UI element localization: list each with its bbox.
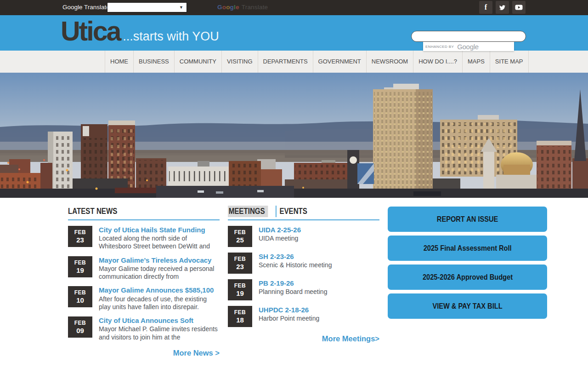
main-navigation: HOME BUSINESS COMMUNITY VISITING DEPARTM… [0, 51, 588, 73]
bottom-sections: FEATURED INITIATIVES CONNECT WITH UTICA … [0, 357, 588, 368]
facebook-icon: f [485, 3, 487, 12]
site-logo: Utica [61, 18, 120, 45]
search-input[interactable] [411, 31, 526, 42]
more-news-link[interactable]: More News > [173, 349, 220, 357]
report-an-issue-button[interactable]: REPORT AN ISSUE [388, 207, 547, 232]
nav-item-maps[interactable]: MAPS [462, 51, 490, 73]
nav-item-site-map[interactable]: SITE MAP [490, 51, 529, 73]
nav-item-newsroom[interactable]: NEWSROOM [366, 51, 413, 73]
nav-item-visiting[interactable]: VISITING [221, 51, 258, 73]
news-excerpt: Mayor Michael P. Galime invites resident… [99, 325, 220, 341]
news-date-badge: FEB 19 [68, 256, 92, 277]
meeting-item: FEB 23 SH 2-23-26 Scenic & Historic meet… [228, 253, 379, 274]
meeting-title-link[interactable]: UIDA 2-25-26 [259, 226, 301, 234]
news-date-badge: FEB 09 [68, 316, 92, 338]
google-brand-label: Google [457, 43, 479, 51]
quick-links: REPORT AN ISSUE 2025 Final Assessment Ro… [388, 207, 547, 357]
main-content: LATEST NEWS FEB 23 City of Utica Hails S… [0, 198, 588, 357]
twitter-icon [499, 5, 506, 11]
meeting-description: UIDA meeting [259, 235, 301, 242]
final-assessment-roll-button[interactable]: 2025 Final Assessment Roll [388, 236, 547, 261]
news-date-badge: FEB 10 [68, 286, 92, 307]
more-meetings-link[interactable]: More Meetings> [322, 334, 379, 343]
news-title-link[interactable]: Mayor Galime’s Tireless Advocacy [99, 256, 220, 264]
nav-item-community[interactable]: COMMUNITY [174, 51, 221, 73]
news-item: FEB 10 Mayor Galime Announces $585,100 A… [68, 286, 220, 311]
google-translate-label: Google Translate [62, 4, 110, 11]
news-title-link[interactable]: Mayor Galime Announces $585,100 [99, 286, 220, 294]
topbar: Google Translate ▼ GoogleTranslate f [0, 0, 588, 15]
news-excerpt: Mayor Galime today received a personal c… [99, 265, 220, 281]
news-item: FEB 23 City of Utica Hails State Funding… [68, 226, 220, 251]
google-translate-select[interactable]: ▼ [107, 2, 187, 12]
meeting-date-badge: FEB 18 [228, 306, 252, 327]
view-pay-tax-bill-button[interactable]: VIEW & PAY TAX BILL [388, 293, 547, 319]
nav-item-how-do-i[interactable]: HOW DO I....? [413, 51, 462, 73]
youtube-button[interactable] [512, 1, 526, 14]
latest-news-heading: LATEST NEWS [68, 207, 117, 216]
news-item: FEB 09 City of Utica Announces Soft Mayo… [68, 316, 220, 341]
meeting-title-link[interactable]: SH 2-23-26 [259, 253, 332, 260]
hero-banner [0, 73, 588, 198]
news-date-badge: FEB 23 [68, 226, 92, 247]
nav-item-home[interactable]: HOME [105, 51, 133, 73]
site-search: ENHANCED BY Google [411, 31, 526, 42]
latest-news-section: LATEST NEWS FEB 23 City of Utica Hails S… [68, 207, 220, 357]
section-rule [68, 219, 220, 220]
approved-budget-button[interactable]: 2025-2026 Approved Budget [388, 264, 547, 290]
site-header: Utica ...starts with YOU ENHANCED BY Goo… [0, 15, 588, 51]
news-excerpt: After four decades of use, the existing … [99, 295, 220, 311]
chevron-down-icon: ▼ [179, 5, 183, 10]
brand[interactable]: Utica ...starts with YOU [61, 18, 219, 45]
meeting-date-badge: FEB 19 [228, 279, 252, 300]
meeting-item: FEB 19 PB 2-19-26 Planning Board meeting [228, 279, 379, 300]
meeting-title-link[interactable]: UHPDC 2-18-26 [259, 306, 319, 314]
youtube-icon [515, 5, 523, 10]
meeting-description: Planning Board meeting [259, 288, 327, 296]
news-title-link[interactable]: City of Utica Announces Soft [99, 316, 220, 324]
nav-item-departments[interactable]: DEPARTMENTS [258, 51, 313, 73]
section-rule [228, 219, 379, 220]
news-item: FEB 19 Mayor Galime’s Tireless Advocacy … [68, 256, 220, 281]
tab-events[interactable]: EVENTS [276, 206, 307, 217]
hero-cityscape-image [0, 73, 588, 198]
nav-item-government[interactable]: GOVERNMENT [313, 51, 366, 73]
site-tagline: ...starts with YOU [123, 29, 219, 44]
meeting-description: Harbor Point meeting [259, 315, 319, 322]
google-translate-watermark: GoogleTranslate [217, 4, 268, 11]
meeting-description: Scenic & Historic meeting [259, 261, 332, 269]
twitter-button[interactable] [496, 1, 509, 14]
meeting-item: FEB 25 UIDA 2-25-26 UIDA meeting [228, 226, 379, 247]
meetings-events-section: MEETINGS EVENTS FEB 25 UIDA 2-25-26 UIDA… [228, 207, 379, 357]
tab-meetings[interactable]: MEETINGS [228, 206, 268, 217]
nav-item-business[interactable]: BUSINESS [133, 51, 174, 73]
search-branding-dropdown: ENHANCED BY Google [423, 42, 514, 51]
social-links: f [479, 1, 526, 14]
meeting-date-badge: FEB 25 [228, 226, 252, 247]
enhanced-by-label: ENHANCED BY [425, 45, 454, 49]
facebook-button[interactable]: f [479, 1, 492, 14]
meeting-item: FEB 18 UHPDC 2-18-26 Harbor Point meetin… [228, 306, 379, 327]
meeting-title-link[interactable]: PB 2-19-26 [259, 279, 327, 287]
news-excerpt: Located along the north side of Whitesbo… [99, 235, 220, 250]
meeting-date-badge: FEB 23 [228, 253, 252, 274]
news-title-link[interactable]: City of Utica Hails State Funding [99, 226, 220, 234]
